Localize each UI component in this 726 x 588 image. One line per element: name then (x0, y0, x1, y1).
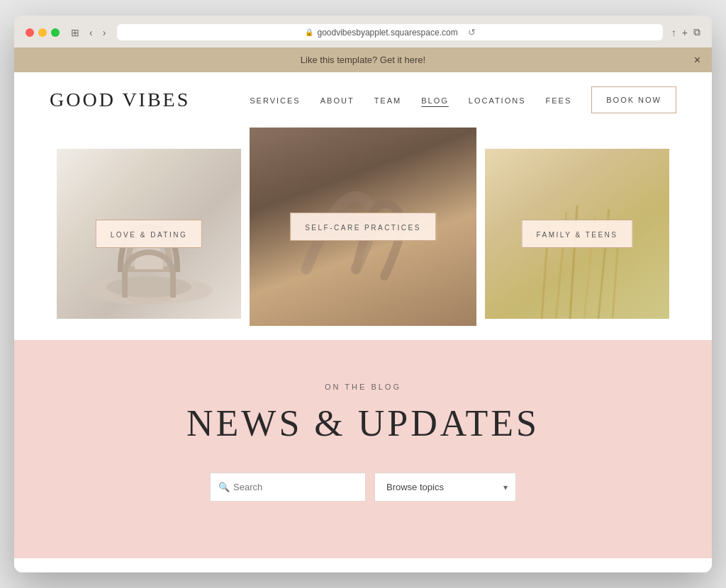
browser-chrome: ⊞ ‹ › 🔒 goodvibesbyapplet.squarespace.co… (14, 16, 712, 47)
windows-button[interactable]: ⧉ (693, 26, 700, 38)
book-now-button[interactable]: BOOK NOW (591, 86, 676, 113)
announcement-text: Like this template? Get it here! (301, 55, 425, 65)
traffic-lights (26, 28, 60, 37)
announcement-banner: Like this template? Get it here! × (14, 47, 712, 72)
browser-actions: ↑ + ⧉ (671, 26, 700, 38)
browser-window: ⊞ ‹ › 🔒 goodvibesbyapplet.squarespace.co… (14, 16, 712, 572)
blog-search-row: 🔍 Browse topics Love & Dating Self-Care … (50, 473, 676, 502)
navigation: GOOD VIBES SERVICES ABOUT TEAM BLOG LOCA… (14, 72, 712, 128)
self-care-label-text: SELF-CARE PRACTICES (305, 224, 421, 232)
love-dating-label: LOVE & DATING (96, 220, 202, 248)
category-card-family-teens[interactable]: FAMILY & TEENS (485, 149, 669, 319)
nav-links: SERVICES ABOUT TEAM BLOG LOCATIONS FEES … (250, 86, 676, 113)
url-text: goodvibesbyapplet.squarespace.com (318, 28, 458, 38)
love-dating-label-text: LOVE & DATING (111, 231, 187, 239)
categories-grid: LOVE & DATING SELF-CARE PRACTICES (14, 128, 712, 326)
maximize-traffic-light[interactable] (51, 28, 60, 37)
category-card-love-dating[interactable]: LOVE & DATING (57, 149, 241, 319)
nav-blog[interactable]: BLOG (421, 96, 449, 105)
category-card-self-care[interactable]: SELF-CARE PRACTICES (250, 128, 476, 326)
nav-services[interactable]: SERVICES (250, 96, 300, 105)
new-tab-button[interactable]: + (682, 27, 688, 38)
minimize-traffic-light[interactable] (38, 28, 47, 37)
nav-fees[interactable]: FEES (546, 96, 572, 105)
self-care-label: SELF-CARE PRACTICES (290, 213, 436, 241)
close-traffic-light[interactable] (26, 28, 34, 37)
family-teens-label: FAMILY & TEENS (521, 220, 632, 248)
window-view-button[interactable]: ⊞ (68, 26, 82, 40)
browse-topics-wrapper: Browse topics Love & Dating Self-Care Pr… (374, 473, 516, 502)
forward-button[interactable]: › (100, 26, 109, 40)
blog-section: ON THE BLOG NEWS & UPDATES 🔍 Browse topi… (14, 340, 712, 558)
lock-icon: 🔒 (305, 28, 313, 36)
website-content: Like this template? Get it here! × GOOD … (14, 47, 712, 572)
site-logo[interactable]: GOOD VIBES (50, 89, 190, 111)
search-icon: 🔍 (218, 482, 230, 493)
svg-point-1 (106, 276, 191, 298)
family-teens-label-text: FAMILY & TEENS (536, 231, 618, 239)
share-button[interactable]: ↑ (671, 27, 676, 38)
address-bar[interactable]: 🔒 goodvibesbyapplet.squarespace.com ↺ (117, 24, 662, 40)
blog-title: NEWS & UPDATES (50, 402, 676, 444)
browse-topics-select[interactable]: Browse topics Love & Dating Self-Care Pr… (374, 473, 516, 502)
nav-team[interactable]: TEAM (374, 96, 402, 105)
banner-close-button[interactable]: × (694, 54, 700, 67)
blog-eyebrow: ON THE BLOG (50, 383, 676, 391)
browser-controls: ⊞ ‹ › (68, 26, 108, 40)
bottom-strip (14, 558, 712, 572)
search-wrapper: 🔍 (210, 473, 366, 502)
back-button[interactable]: ‹ (86, 26, 96, 40)
nav-about[interactable]: ABOUT (320, 96, 354, 105)
svg-point-0 (85, 276, 213, 305)
search-input[interactable] (210, 473, 366, 502)
refresh-icon[interactable]: ↺ (468, 27, 476, 38)
nav-locations[interactable]: LOCATIONS (469, 96, 526, 105)
